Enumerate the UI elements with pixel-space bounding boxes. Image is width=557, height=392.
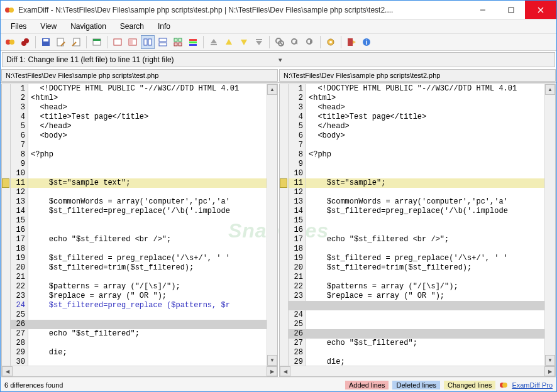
code-line[interactable]: </head> xyxy=(306,122,544,131)
code-line[interactable] xyxy=(306,329,544,339)
code-line[interactable]: die; xyxy=(28,348,267,357)
code-line[interactable]: $patterns = array ("/[\s]/"); xyxy=(306,282,544,291)
code-line[interactable]: $st_filtered=preg_replace('/\b('.implode xyxy=(306,207,544,216)
recompare-icon[interactable] xyxy=(18,35,32,49)
menu-info[interactable]: Info xyxy=(152,21,177,32)
menu-search[interactable]: Search xyxy=(114,21,150,32)
code-line[interactable]: <title>Test page</title> xyxy=(28,112,267,122)
prev-diff-icon[interactable] xyxy=(222,35,236,49)
code-line[interactable]: <body> xyxy=(306,131,544,141)
close-button[interactable] xyxy=(525,1,556,19)
view-grid-icon[interactable] xyxy=(171,35,185,49)
save-icon[interactable] xyxy=(39,35,53,49)
code-line[interactable] xyxy=(306,348,544,357)
code-line[interactable] xyxy=(306,244,544,254)
code-line[interactable] xyxy=(28,310,267,320)
code-line[interactable]: <head> xyxy=(28,103,267,112)
code-line[interactable] xyxy=(306,226,544,235)
code-line[interactable]: $st_filtered=trim($st_filtered); xyxy=(28,263,267,273)
code-line[interactable] xyxy=(306,188,544,197)
edit-right-icon[interactable] xyxy=(69,35,83,49)
code-line[interactable]: $st="sample text"; xyxy=(28,178,267,188)
code-line[interactable] xyxy=(306,169,544,178)
code-line[interactable] xyxy=(28,160,267,169)
scroll-left-icon[interactable]: ◀ xyxy=(280,366,290,376)
code-line[interactable]: $commonWords = array('computer','pc','a' xyxy=(306,197,544,207)
code-line[interactable] xyxy=(28,339,267,348)
code-line[interactable]: <body> xyxy=(28,131,267,141)
maximize-button[interactable] xyxy=(497,1,525,19)
scroll-right-icon[interactable]: ▶ xyxy=(267,366,277,376)
menu-files[interactable]: Files xyxy=(4,21,33,32)
code-line[interactable]: <?php xyxy=(28,150,267,160)
scroll-up-icon[interactable]: ▲ xyxy=(545,84,555,95)
right-vscroll[interactable]: ▲ ▼ xyxy=(544,84,555,366)
code-line[interactable]: $patterns = array ("/[\s]/"); xyxy=(28,282,267,291)
code-line[interactable]: <!DOCTYPE HTML PUBLIC "-//W3C//DTD HTML … xyxy=(306,84,544,94)
code-line[interactable]: <title>Test page</title> xyxy=(306,112,544,122)
code-line[interactable]: echo "$st_filtered <br />"; xyxy=(306,235,544,244)
search-next-icon[interactable] xyxy=(303,35,317,49)
menu-navigation[interactable]: Navigation xyxy=(64,21,113,32)
edit-left-icon[interactable] xyxy=(54,35,68,49)
code-line[interactable] xyxy=(306,273,544,282)
code-line[interactable] xyxy=(306,310,544,320)
info-icon[interactable]: i xyxy=(360,35,373,49)
scroll-up-icon[interactable]: ▲ xyxy=(267,84,277,95)
code-line[interactable]: <!DOCTYPE HTML PUBLIC "-//W3C//DTD HTML … xyxy=(28,84,267,94)
compare-files-icon[interactable] xyxy=(3,35,17,49)
last-diff-icon[interactable] xyxy=(252,35,266,49)
code-line[interactable]: $st_filtered = preg_replace('/\s+/', ' ' xyxy=(306,254,544,263)
first-diff-icon[interactable] xyxy=(207,35,221,49)
code-line[interactable] xyxy=(28,244,267,254)
code-line[interactable]: $st_filtered=preg_replace ($patterns, $r xyxy=(28,301,267,310)
code-line[interactable] xyxy=(306,320,544,329)
code-line[interactable] xyxy=(28,357,267,366)
view-single-icon[interactable] xyxy=(111,35,124,49)
code-line[interactable] xyxy=(306,216,544,226)
diff-marker-icon[interactable] xyxy=(280,178,287,188)
code-line[interactable]: $st="sample"; xyxy=(306,178,544,188)
chevron-down-icon[interactable]: ▾ xyxy=(278,56,551,64)
code-line[interactable]: $st_filtered=trim($st_filtered); xyxy=(306,263,544,273)
right-hscroll[interactable]: ◀ ▶ xyxy=(280,366,555,376)
search-prev-icon[interactable] xyxy=(288,35,302,49)
code-line[interactable] xyxy=(28,273,267,282)
diff-marker-icon[interactable] xyxy=(2,178,9,188)
left-code[interactable]: <!DOCTYPE HTML PUBLIC "-//W3C//DTD HTML … xyxy=(28,84,267,366)
code-line[interactable]: $replace = array (" OR "); xyxy=(28,291,267,301)
diff-selector[interactable]: Diff 1: Change line 11 (left file) to li… xyxy=(2,52,555,67)
code-line[interactable]: <html> xyxy=(28,94,267,103)
minimize-button[interactable] xyxy=(468,1,497,19)
code-line[interactable] xyxy=(28,188,267,197)
code-line[interactable] xyxy=(306,301,544,310)
code-line[interactable]: <?php xyxy=(306,150,544,160)
scroll-down-icon[interactable]: ▼ xyxy=(545,355,555,366)
code-line[interactable] xyxy=(28,216,267,226)
code-line[interactable]: echo "$st_filtered"; xyxy=(306,339,544,348)
search-icon[interactable] xyxy=(273,35,287,49)
code-line[interactable]: $replace = array (" OR "); xyxy=(306,291,544,301)
pro-link-icon[interactable] xyxy=(499,381,508,389)
code-line[interactable]: <html> xyxy=(306,94,544,103)
pro-link[interactable]: ExamDiff Pro xyxy=(512,381,553,389)
next-diff-icon[interactable] xyxy=(237,35,251,49)
scroll-left-icon[interactable]: ◀ xyxy=(2,366,13,376)
scroll-right-icon[interactable]: ▶ xyxy=(544,366,555,376)
code-line[interactable]: $commonWords = array('computer','pc','a' xyxy=(28,197,267,207)
code-line[interactable]: die; xyxy=(306,357,544,366)
view-colors-icon[interactable] xyxy=(186,35,200,49)
code-line[interactable] xyxy=(28,226,267,235)
left-hscroll[interactable]: ◀ ▶ xyxy=(2,366,277,376)
code-line[interactable] xyxy=(28,320,267,329)
code-line[interactable] xyxy=(28,141,267,150)
scroll-down-icon[interactable]: ▼ xyxy=(267,355,277,366)
view-split-icon[interactable] xyxy=(141,35,155,49)
view-left-icon[interactable] xyxy=(126,35,140,49)
view-stacked-icon[interactable] xyxy=(156,35,170,49)
left-vscroll[interactable]: ▲ ▼ xyxy=(267,84,277,366)
code-line[interactable]: $st_filtered=preg_replace('/\b('.implode xyxy=(28,207,267,216)
code-line[interactable] xyxy=(28,169,267,178)
settings-icon[interactable] xyxy=(324,35,338,49)
exit-icon[interactable] xyxy=(345,35,358,49)
